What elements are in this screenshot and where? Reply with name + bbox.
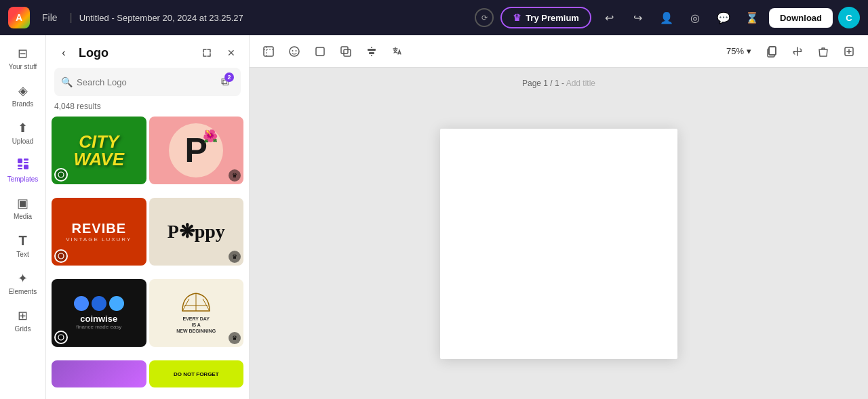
svg-rect-19 <box>344 49 351 56</box>
svg-rect-17 <box>316 47 324 56</box>
apps-button[interactable]: ◎ <box>684 6 707 29</box>
sidebar-item-text[interactable]: T Text <box>3 228 43 264</box>
sidebar-item-your-stuff[interactable]: ⊟ Your stuff <box>3 41 43 77</box>
svg-rect-4 <box>18 168 22 169</box>
sidebar-item-label: Upload <box>12 138 34 146</box>
resize-icon[interactable] <box>787 41 808 62</box>
page-number: Page 1 / 1 <box>522 79 559 88</box>
logo-card-purple[interactable] <box>52 360 146 387</box>
add-page-icon[interactable] <box>838 41 860 62</box>
crop-tool-icon[interactable] <box>258 41 279 62</box>
logo-card-revibe[interactable]: REVIBE VINTAGE LUXURY <box>52 198 146 266</box>
comments-button[interactable]: 💬 <box>712 6 735 29</box>
revibe-text: REVIBE <box>72 221 126 236</box>
svg-rect-18 <box>341 47 348 54</box>
sidebar-item-media[interactable]: ▣ Media <box>3 190 43 226</box>
canvas-area: 75% ▾ <box>250 35 868 399</box>
close-button[interactable]: ✕ <box>222 43 241 62</box>
topbar-right-actions: ↩ ↪ 👤 ◎ 💬 ⌛ Download C <box>598 6 860 29</box>
timer-button[interactable]: ⌛ <box>741 6 764 29</box>
panel-title: Logo <box>79 46 192 60</box>
text-icon: T <box>18 233 26 249</box>
page-label: Page 1 / 1 - Add title <box>522 79 595 88</box>
logo-card-poppy[interactable]: P❋ppy ♛ <box>149 198 244 266</box>
search-input[interactable] <box>77 77 211 87</box>
avatar[interactable]: C <box>838 7 860 28</box>
topbar: A File | Untitled - September 20, 2024 a… <box>0 0 868 35</box>
svg-rect-2 <box>24 162 28 163</box>
free-badge <box>54 249 68 263</box>
premium-badge: ♛ <box>229 251 241 263</box>
logo-card-everyday[interactable]: EVERY DAYIS ANEW BEGINNING ♛ <box>149 279 244 347</box>
results-count: 4,048 results <box>46 102 249 117</box>
sidebar-item-templates[interactable]: Templates <box>3 152 43 189</box>
templates-icon <box>17 158 29 173</box>
coinwise-name: coinwise <box>74 314 124 324</box>
sidebar-item-label: Grids <box>15 325 31 333</box>
your-stuff-icon: ⊟ <box>18 46 28 61</box>
sidebar-item-upload[interactable]: ⬆ Upload <box>3 115 43 151</box>
redo-button[interactable]: ↪ <box>627 6 650 29</box>
square-plus-tool-icon[interactable] <box>335 41 357 62</box>
svg-rect-0 <box>18 159 22 163</box>
align-tool-icon[interactable] <box>361 41 382 62</box>
logo-panel: ‹ Logo ✕ 🔍 ⧉ 2 4,048 results <box>46 35 250 399</box>
add-title-label[interactable]: Add title <box>566 79 595 88</box>
upload-icon: ⬆ <box>18 121 28 135</box>
media-icon: ▣ <box>17 196 28 211</box>
expand-button[interactable] <box>197 43 216 62</box>
logo-card-citywave[interactable]: CITY WAVE <box>52 117 146 184</box>
svg-point-8 <box>58 335 64 340</box>
logo-card-yellow[interactable]: DO NOT FORGET <box>149 360 244 387</box>
svg-rect-1 <box>24 159 28 161</box>
coinwise-content: coinwise finance made easy <box>74 296 124 330</box>
translate-tool-icon[interactable] <box>387 41 408 62</box>
download-button[interactable]: Download <box>769 8 833 28</box>
sidebar-item-brands[interactable]: ◈ Brands <box>3 78 43 114</box>
sidebar-item-grids[interactable]: ⊞ Grids <box>3 303 43 339</box>
logo-panel-header: ‹ Logo ✕ <box>46 35 249 68</box>
back-button[interactable]: ‹ <box>54 43 73 62</box>
delete-page-icon[interactable] <box>812 41 834 62</box>
undo-button[interactable]: ↩ <box>598 6 621 29</box>
square-tool-icon[interactable] <box>309 41 331 62</box>
logo-card-coinwise[interactable]: coinwise finance made easy <box>52 279 146 347</box>
search-bar: 🔍 ⧉ 2 <box>54 68 241 96</box>
svg-point-16 <box>296 50 297 51</box>
svg-point-6 <box>58 172 64 177</box>
svg-point-14 <box>290 47 299 56</box>
coinwise-sub: finance made easy <box>74 324 124 330</box>
sidebar-item-elements[interactable]: ✦ Elements <box>3 266 43 301</box>
filter-button[interactable]: ⧉ 2 <box>215 72 234 91</box>
logo-card-pflower[interactable]: P 🌺 ♛ <box>149 117 244 184</box>
canvas-page[interactable] <box>440 129 677 359</box>
canvas-body: Page 1 / 1 - Add title <box>250 68 868 399</box>
poppy-text: P❋ppy <box>167 221 225 242</box>
svg-point-7 <box>58 253 64 259</box>
canvas-toolbar: 75% ▾ <box>250 35 868 68</box>
save-status-icon[interactable]: ⟳ <box>475 8 494 27</box>
logo-letter: A <box>16 12 22 23</box>
share-collaborators-button[interactable]: 👤 <box>655 6 678 29</box>
toolbar-right: 75% ▾ <box>721 41 860 62</box>
cloud-icon: ⟳ <box>481 14 488 22</box>
everyday-content: EVERY DAYIS ANEW BEGINNING <box>176 292 216 334</box>
divider-1: | <box>70 12 73 24</box>
svg-rect-5 <box>24 165 28 169</box>
free-badge <box>54 168 68 182</box>
everyday-text: EVERY DAYIS ANEW BEGINNING <box>176 316 216 334</box>
zoom-selector[interactable]: 75% ▾ <box>721 43 757 59</box>
face-tool-icon[interactable] <box>283 41 305 62</box>
svg-point-15 <box>292 50 294 51</box>
try-premium-button[interactable]: ♛ Try Premium <box>500 7 591 28</box>
duplicate-page-icon[interactable] <box>761 41 783 62</box>
pflower-circle: P 🌺 <box>169 123 223 177</box>
file-menu[interactable]: File <box>37 9 63 26</box>
left-sidebar: ⊟ Your stuff ◈ Brands ⬆ Upload Templ <box>0 35 46 399</box>
citywave-text2: WAVE <box>73 150 124 168</box>
canva-logo[interactable]: A <box>8 7 30 28</box>
citywave-text: CITY <box>73 133 124 150</box>
svg-rect-21 <box>368 49 376 51</box>
brands-icon: ◈ <box>18 83 28 98</box>
svg-rect-13 <box>264 47 273 56</box>
